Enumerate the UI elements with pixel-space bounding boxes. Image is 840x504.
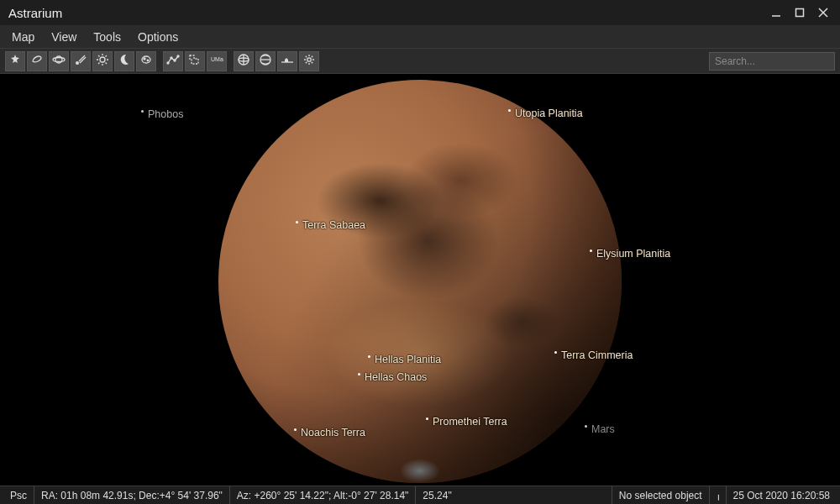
status-radec: RA: 01h 08m 42.91s; Dec:+4° 54' 37.96"	[34, 486, 229, 504]
window-title: Astrarium	[8, 6, 764, 20]
svg-point-20	[147, 60, 149, 61]
stars-button[interactable]	[5, 51, 25, 71]
planet-name-label[interactable]: Mars	[585, 423, 615, 435]
svg-line-17	[106, 55, 108, 57]
svg-point-22	[171, 57, 172, 59]
comets-icon	[74, 53, 87, 70]
constellation-borders-icon	[188, 53, 202, 70]
svg-line-15	[106, 62, 108, 64]
svg-point-9	[100, 57, 105, 62]
ground-icon	[281, 53, 294, 70]
deepsky-button[interactable]	[27, 51, 47, 71]
ground-button[interactable]	[277, 51, 297, 71]
svg-rect-1	[796, 9, 804, 17]
label-text: Elysium Planitia	[596, 248, 670, 260]
eq-grid-icon	[237, 53, 250, 70]
label-text: Phobos	[148, 108, 183, 120]
feature-label[interactable]: Terra Sabaea	[296, 219, 365, 231]
label-text: Terra Cimmeria	[561, 349, 633, 361]
feature-label[interactable]: Terra Cimmeria	[554, 349, 633, 361]
svg-point-5	[53, 57, 65, 61]
constellation-labels-icon: UMa	[210, 53, 223, 70]
moon-icon	[118, 53, 131, 70]
constellation-labels-button[interactable]: UMa	[207, 51, 227, 71]
label-text: Utopia Planitia	[515, 108, 583, 119]
svg-point-18	[142, 56, 150, 63]
status-datetime[interactable]: 25 Oct 2020 16:20:58	[726, 486, 837, 504]
status-bar: Psc RA: 01h 08m 42.91s; Dec:+4° 54' 37.9…	[0, 486, 840, 504]
menu-map[interactable]: Map	[3, 28, 43, 46]
svg-point-24	[177, 55, 179, 57]
label-text: Terra Sabaea	[302, 219, 365, 231]
satellite-label[interactable]: Phobos	[141, 108, 183, 120]
label-text: Promethei Terra	[433, 416, 507, 428]
feature-label[interactable]: Utopia Planitia	[508, 108, 583, 119]
svg-text:UMa: UMa	[211, 56, 223, 62]
status-fov: 25.24"	[415, 486, 458, 504]
toolbar: UMa	[0, 49, 840, 74]
feature-label[interactable]: Hellas Planitia	[368, 354, 441, 365]
planets-icon	[52, 53, 66, 70]
asteroids-icon	[139, 53, 153, 70]
label-text: Mars	[591, 423, 615, 435]
menu-bar: Map View Tools Options	[0, 25, 840, 49]
constellation-lines-button[interactable]	[163, 51, 183, 71]
moon-button[interactable]	[114, 51, 134, 71]
search-input[interactable]	[709, 52, 835, 71]
menu-tools[interactable]: Tools	[85, 28, 129, 46]
comets-button[interactable]	[71, 51, 91, 71]
svg-rect-33	[718, 495, 719, 500]
sky-viewport[interactable]: Utopia PlanitiaTerra SabaeaElysium Plani…	[0, 74, 840, 486]
lock-icon[interactable]	[709, 486, 726, 504]
svg-line-16	[98, 62, 100, 64]
svg-point-23	[174, 60, 176, 61]
planet-disc	[218, 80, 622, 483]
settings-button[interactable]	[299, 51, 319, 71]
title-bar: Astrarium	[0, 0, 840, 25]
sun-icon	[96, 53, 109, 70]
menu-options[interactable]: Options	[129, 28, 186, 46]
sun-button[interactable]	[92, 51, 113, 71]
feature-label[interactable]: Promethei Terra	[426, 416, 507, 428]
svg-point-6	[76, 61, 79, 65]
label-text: Noachis Terra	[301, 427, 365, 438]
label-text: Hellas Chaos	[365, 371, 427, 383]
svg-point-21	[167, 62, 169, 64]
app-window: Astrarium Map View Tools Options	[0, 0, 840, 504]
constellation-lines-icon	[166, 53, 180, 70]
svg-point-19	[144, 58, 145, 60]
hor-grid-icon	[259, 53, 272, 70]
status-selection: No selected object	[612, 486, 709, 504]
maximize-button[interactable]	[788, 3, 811, 22]
constellation-borders-button[interactable]	[185, 51, 205, 71]
feature-label[interactable]: Elysium Planitia	[590, 248, 670, 260]
stars-icon	[8, 53, 22, 70]
feature-label[interactable]: Hellas Chaos	[358, 371, 427, 383]
hor-grid-button[interactable]	[255, 51, 276, 71]
status-constellation: Psc	[3, 486, 34, 504]
label-text: Hellas Planitia	[375, 354, 441, 365]
planets-button[interactable]	[49, 51, 69, 71]
feature-label[interactable]: Noachis Terra	[294, 427, 365, 438]
status-azalt: Az: +260° 25' 14.22"; Alt:-0° 27' 28.14"	[229, 486, 416, 504]
asteroids-button[interactable]	[136, 51, 156, 71]
eq-grid-button[interactable]	[234, 51, 254, 71]
svg-point-32	[307, 57, 311, 60]
close-button[interactable]	[811, 3, 835, 22]
menu-view[interactable]: View	[43, 28, 85, 46]
minimize-button[interactable]	[764, 3, 788, 22]
svg-line-14	[98, 55, 100, 57]
settings-icon	[302, 53, 316, 70]
galaxies-icon	[30, 53, 44, 70]
